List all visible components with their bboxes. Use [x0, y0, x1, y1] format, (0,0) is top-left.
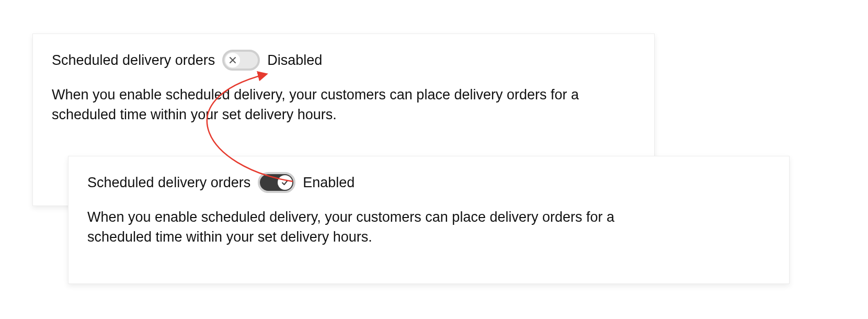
setting-row: Scheduled delivery orders Enabled — [87, 172, 770, 193]
toggle-state-label: Enabled — [303, 175, 355, 191]
toggle-state-label: Disabled — [267, 52, 322, 69]
setting-title: Scheduled delivery orders — [87, 175, 250, 191]
scheduled-delivery-toggle[interactable] — [258, 172, 295, 193]
setting-description: When you enable scheduled delivery, your… — [52, 85, 606, 125]
setting-title: Scheduled delivery orders — [52, 52, 215, 69]
setting-description: When you enable scheduled delivery, your… — [87, 208, 642, 247]
toggle-knob — [225, 53, 240, 67]
scheduled-delivery-toggle[interactable] — [222, 50, 260, 71]
x-icon — [229, 56, 236, 64]
setting-row: Scheduled delivery orders Disabled — [52, 50, 635, 71]
check-icon — [281, 178, 289, 187]
toggle-knob — [278, 175, 292, 190]
scheduled-delivery-card-enabled: Scheduled delivery orders Enabled When y… — [68, 156, 790, 284]
